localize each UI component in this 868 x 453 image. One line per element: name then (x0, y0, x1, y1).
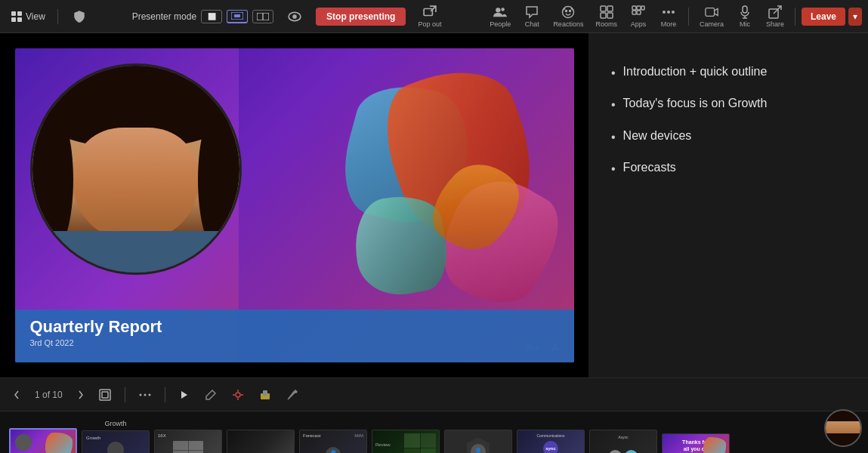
thumbnail-6[interactable]: Review 6 (372, 419, 440, 454)
rooms-button[interactable]: Rooms (591, 3, 622, 30)
thumbnail-3[interactable]: 16X 3 (154, 419, 222, 454)
shield-icon-btn (66, 8, 93, 26)
svg-rect-22 (637, 6, 641, 10)
shirt (42, 231, 229, 273)
svg-rect-30 (743, 6, 747, 13)
hair-left (32, 107, 74, 252)
pop-out-icon (423, 5, 437, 19)
play-button[interactable] (175, 387, 194, 403)
camera-button[interactable]: Camera (695, 3, 728, 30)
chevron-left-icon (14, 390, 20, 399)
share-icon (768, 5, 782, 19)
self-avatar-face (826, 411, 860, 445)
camera-label: Camera (700, 20, 724, 28)
people-icon (493, 5, 507, 19)
shield-icon (73, 10, 86, 23)
leave-button[interactable]: Leave (802, 8, 845, 26)
chevron-right-icon (78, 390, 84, 399)
more-options-button[interactable] (134, 389, 156, 401)
svg-rect-29 (706, 8, 715, 16)
mic-icon (738, 5, 752, 19)
thumb-label-9 (622, 419, 625, 427)
slide-title: Quarterly Report (30, 317, 559, 337)
thumbnail-1[interactable]: Quarterly Report (9, 428, 77, 454)
chat-label: Chat (525, 20, 539, 28)
fit-screen-button[interactable] (94, 386, 116, 404)
thumbnail-10[interactable]: Thanks forall you do (662, 423, 730, 454)
svg-rect-3 (17, 17, 22, 22)
self-avatar (824, 411, 862, 447)
toolbar-left: View (6, 8, 93, 26)
apps-button[interactable]: Apps (625, 3, 652, 30)
view-label: View (26, 11, 45, 22)
slide-area: Quarterly Report 3rd Qt 2022 A+ A- (0, 33, 588, 378)
thumbnail-5[interactable]: Forecast MtM 👤 5 (299, 419, 367, 454)
bullet-dot-1: • (611, 65, 616, 82)
bullet-text-2: Today's focus is on Growth (623, 95, 768, 112)
mic-button[interactable]: Mic (731, 3, 758, 30)
svg-rect-36 (102, 392, 108, 398)
svg-rect-10 (424, 8, 432, 15)
bullet-2: • Today's focus is on Growth (611, 95, 845, 113)
svg-rect-24 (632, 11, 636, 14)
stop-presenting-button[interactable]: Stop presenting (316, 8, 406, 26)
more-label: More (661, 20, 677, 28)
more-icon (662, 5, 675, 19)
svg-rect-2 (11, 17, 16, 22)
fit-screen-icon (99, 389, 111, 401)
presenter-mode-icon2[interactable] (227, 10, 248, 23)
play-icon (179, 390, 190, 400)
ellipsis-icon (139, 392, 151, 398)
prev-slide-button[interactable] (9, 387, 24, 402)
people-button[interactable]: People (485, 3, 515, 30)
svg-point-12 (496, 8, 501, 12)
notes-panel: • Introduction + quick outline • Today's… (588, 33, 868, 378)
pop-out-button[interactable]: Pop out (413, 3, 446, 30)
svg-rect-25 (637, 11, 641, 14)
thumbnail-9[interactable]: Async 9 (589, 419, 657, 454)
highlight-button[interactable] (255, 386, 276, 404)
svg-rect-1 (17, 11, 22, 16)
thumb-inner-4 (227, 430, 295, 454)
grid-icon (11, 11, 23, 23)
main-content: Quarterly Report 3rd Qt 2022 A+ A- • Int… (0, 33, 868, 378)
svg-point-16 (570, 10, 571, 11)
presenter-mode-icon1[interactable]: ⬜ (201, 10, 222, 23)
next-slide-button[interactable] (73, 387, 88, 402)
apps-label: Apps (631, 20, 647, 28)
svg-point-26 (663, 11, 666, 14)
svg-rect-20 (607, 13, 613, 18)
thumbnail-7[interactable]: 👤 7 (444, 419, 512, 454)
svg-marker-41 (206, 390, 215, 399)
presenter-mode-icon3[interactable] (252, 10, 273, 23)
presenter-mode-label: Presenter mode (132, 11, 196, 22)
thumb-inner-3: 16X (154, 430, 222, 454)
thumb-inner-9: Async (589, 430, 657, 454)
svg-point-28 (672, 11, 675, 14)
camera-icon (705, 5, 718, 19)
slide-container: Quarterly Report 3rd Qt 2022 A+ A- (15, 48, 574, 362)
thumb-inner-7: 👤 (444, 430, 512, 454)
eye-icon-btn[interactable] (281, 8, 308, 26)
reactions-button[interactable]: Reactions (548, 3, 588, 30)
pen-button[interactable] (282, 386, 303, 404)
thumbnail-8[interactable]: Communications sync 8 (517, 419, 585, 454)
rooms-icon (600, 5, 613, 19)
chat-button[interactable]: Chat (518, 3, 545, 30)
thumbnail-4[interactable]: 4 (227, 419, 295, 454)
leave-caret-button[interactable]: ▾ (848, 8, 862, 26)
share-button[interactable]: Share (761, 3, 789, 30)
chat-icon (525, 5, 539, 19)
eraser-button[interactable] (200, 386, 221, 404)
mic-label: Mic (740, 20, 750, 28)
thumb-label-3 (187, 419, 190, 427)
pop-out-label: Pop out (418, 20, 441, 28)
svg-point-37 (139, 393, 141, 396)
svg-rect-17 (601, 6, 606, 11)
svg-rect-0 (11, 11, 16, 16)
view-button[interactable]: View (6, 8, 50, 26)
more-button[interactable]: More (655, 3, 682, 30)
svg-rect-19 (601, 13, 606, 18)
thumbnail-2[interactable]: Growth Growth 2 (82, 420, 150, 454)
laser-button[interactable] (227, 386, 249, 404)
